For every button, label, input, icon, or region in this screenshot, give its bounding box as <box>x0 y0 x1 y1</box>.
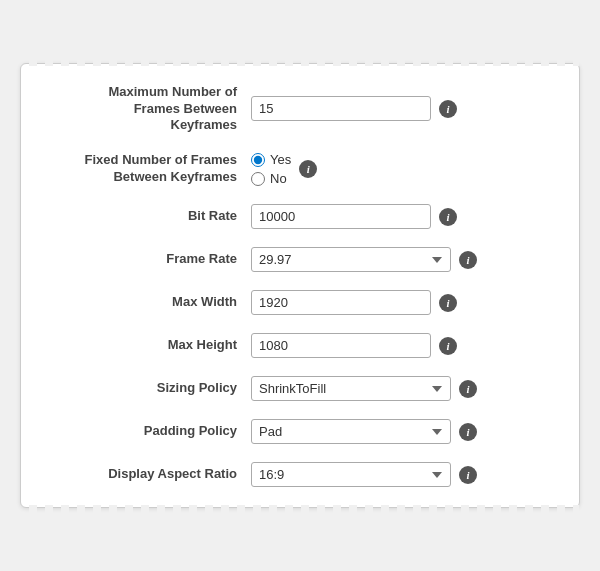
control-max-width <box>251 290 431 315</box>
control-bit-rate <box>251 204 431 229</box>
input-max-height[interactable] <box>251 333 431 358</box>
info-icon-padding-policy[interactable]: i <box>459 423 477 441</box>
info-icon-max-height[interactable]: i <box>439 337 457 355</box>
info-icon-display-aspect-ratio[interactable]: i <box>459 466 477 484</box>
radio-no-item: No <box>251 171 291 186</box>
control-max-frames <box>251 96 431 121</box>
radio-no[interactable] <box>251 172 265 186</box>
row-max-width: Max Width i <box>51 290 549 315</box>
select-frame-rate[interactable]: 23.976 24 25 29.97 30 50 59.94 60 <box>251 247 451 272</box>
label-sizing-policy: Sizing Policy <box>51 380 251 397</box>
control-padding-policy: Pad NoPad <box>251 419 451 444</box>
select-padding-policy[interactable]: Pad NoPad <box>251 419 451 444</box>
input-bit-rate[interactable] <box>251 204 431 229</box>
label-frame-rate: Frame Rate <box>51 251 251 268</box>
control-fixed-frames: Yes No <box>251 152 291 186</box>
info-icon-max-width[interactable]: i <box>439 294 457 312</box>
row-padding-policy: Padding Policy Pad NoPad i <box>51 419 549 444</box>
radio-yes-label: Yes <box>270 152 291 167</box>
label-bit-rate: Bit Rate <box>51 208 251 225</box>
select-display-aspect-ratio[interactable]: auto 1:1 4:3 16:9 <box>251 462 451 487</box>
radio-yes[interactable] <box>251 153 265 167</box>
row-bit-rate: Bit Rate i <box>51 204 549 229</box>
control-sizing-policy: Fit Fill Stretch Keep ShrinkToFill <box>251 376 451 401</box>
input-max-width[interactable] <box>251 290 431 315</box>
row-sizing-policy: Sizing Policy Fit Fill Stretch Keep Shri… <box>51 376 549 401</box>
input-max-frames[interactable] <box>251 96 431 121</box>
info-icon-frame-rate[interactable]: i <box>459 251 477 269</box>
label-max-width: Max Width <box>51 294 251 311</box>
control-frame-rate: 23.976 24 25 29.97 30 50 59.94 60 <box>251 247 451 272</box>
label-max-height: Max Height <box>51 337 251 354</box>
control-max-height <box>251 333 431 358</box>
label-display-aspect-ratio: Display Aspect Ratio <box>51 466 251 483</box>
select-sizing-policy[interactable]: Fit Fill Stretch Keep ShrinkToFill <box>251 376 451 401</box>
info-icon-sizing-policy[interactable]: i <box>459 380 477 398</box>
row-max-frames: Maximum Number of Frames Between Keyfram… <box>51 84 549 135</box>
label-padding-policy: Padding Policy <box>51 423 251 440</box>
settings-panel: Maximum Number of Frames Between Keyfram… <box>20 63 580 509</box>
info-icon-fixed-frames[interactable]: i <box>299 160 317 178</box>
row-max-height: Max Height i <box>51 333 549 358</box>
label-max-frames: Maximum Number of Frames Between Keyfram… <box>51 84 251 135</box>
radio-group-fixed-frames: Yes No <box>251 152 291 186</box>
row-frame-rate: Frame Rate 23.976 24 25 29.97 30 50 59.9… <box>51 247 549 272</box>
info-icon-bit-rate[interactable]: i <box>439 208 457 226</box>
radio-no-label: No <box>270 171 287 186</box>
radio-yes-item: Yes <box>251 152 291 167</box>
row-display-aspect-ratio: Display Aspect Ratio auto 1:1 4:3 16:9 i <box>51 462 549 487</box>
info-icon-max-frames[interactable]: i <box>439 100 457 118</box>
control-display-aspect-ratio: auto 1:1 4:3 16:9 <box>251 462 451 487</box>
label-fixed-frames: Fixed Number of Frames Between Keyframes <box>51 152 251 186</box>
row-fixed-frames: Fixed Number of Frames Between Keyframes… <box>51 152 549 186</box>
